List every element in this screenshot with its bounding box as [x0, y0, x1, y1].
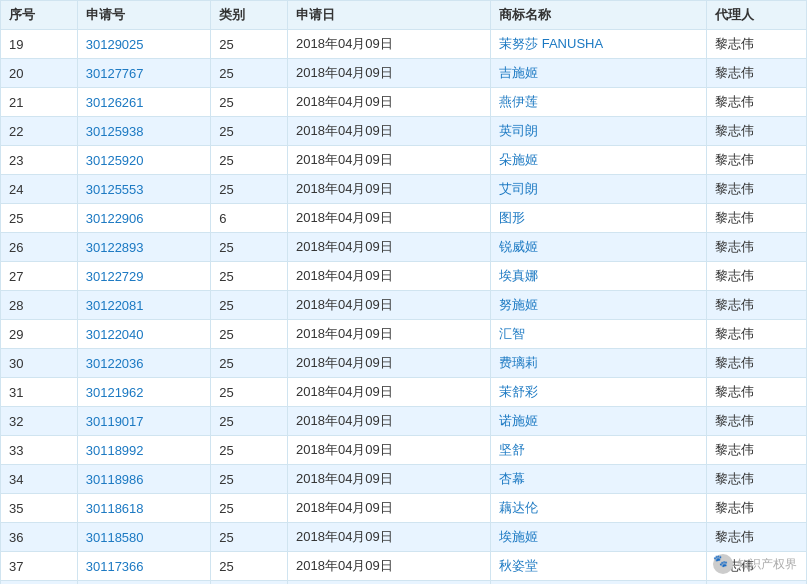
cell-agent: 黎志伟: [707, 59, 807, 88]
cell-appno[interactable]: 30117341: [77, 581, 211, 585]
cell-appno[interactable]: 30129025: [77, 30, 211, 59]
cell-agent: 黎志伟: [707, 117, 807, 146]
cell-appno[interactable]: 30125938: [77, 117, 211, 146]
col-date: 申请日: [287, 1, 490, 30]
table-row: 3730117366252018年04月09日秋姿堂黎志伟: [1, 552, 807, 581]
cell-trademark-name[interactable]: 费璃莉: [491, 349, 707, 378]
cell-appno[interactable]: 30125553: [77, 175, 211, 204]
cell-seq: 29: [1, 320, 78, 349]
table-row: 2130126261252018年04月09日燕伊莲黎志伟: [1, 88, 807, 117]
cell-date: 2018年04月09日: [287, 407, 490, 436]
cell-type: 25: [211, 581, 288, 585]
cell-trademark-name[interactable]: 图形: [491, 204, 707, 233]
cell-appno[interactable]: 30118992: [77, 436, 211, 465]
cell-agent: 黎志伟: [707, 233, 807, 262]
cell-seq: 27: [1, 262, 78, 291]
cell-type: 25: [211, 88, 288, 117]
table-row: 2330125920252018年04月09日朵施姬黎志伟: [1, 146, 807, 175]
table-row: 3530118618252018年04月09日藕达伦黎志伟: [1, 494, 807, 523]
table-row: 2830122081252018年04月09日努施姬黎志伟: [1, 291, 807, 320]
cell-trademark-name[interactable]: 努施姬: [491, 291, 707, 320]
cell-agent: 黎志伟: [707, 146, 807, 175]
cell-trademark-name[interactable]: 埃真娜: [491, 262, 707, 291]
cell-seq: 23: [1, 146, 78, 175]
table-row: 253012290662018年04月09日图形黎志伟: [1, 204, 807, 233]
cell-type: 25: [211, 465, 288, 494]
cell-appno[interactable]: 30122040: [77, 320, 211, 349]
watermark: 🐾 知识产权界: [713, 554, 797, 574]
table-row: 1930129025252018年04月09日茉努莎 FANUSHA黎志伟: [1, 30, 807, 59]
cell-type: 25: [211, 59, 288, 88]
cell-type: 25: [211, 175, 288, 204]
cell-date: 2018年04月09日: [287, 581, 490, 585]
cell-appno[interactable]: 30122081: [77, 291, 211, 320]
cell-type: 25: [211, 378, 288, 407]
cell-appno[interactable]: 30126261: [77, 88, 211, 117]
cell-trademark-name[interactable]: 坚舒: [491, 436, 707, 465]
cell-trademark-name[interactable]: 锐威姬: [491, 233, 707, 262]
cell-trademark-name[interactable]: 朵施姬: [491, 146, 707, 175]
cell-appno[interactable]: 30122893: [77, 233, 211, 262]
cell-date: 2018年04月09日: [287, 88, 490, 117]
cell-date: 2018年04月09日: [287, 175, 490, 204]
cell-seq: 22: [1, 117, 78, 146]
cell-appno[interactable]: 30125920: [77, 146, 211, 175]
cell-appno[interactable]: 30127767: [77, 59, 211, 88]
cell-date: 2018年04月09日: [287, 59, 490, 88]
cell-date: 2018年04月09日: [287, 552, 490, 581]
cell-appno[interactable]: 30118986: [77, 465, 211, 494]
cell-appno[interactable]: 30118618: [77, 494, 211, 523]
cell-trademark-name[interactable]: 汇智: [491, 320, 707, 349]
cell-appno[interactable]: 30118580: [77, 523, 211, 552]
cell-trademark-name[interactable]: 杏幕: [491, 465, 707, 494]
col-name: 商标名称: [491, 1, 707, 30]
table-row: 3830117341252018年04月09日岐贤黎志伟: [1, 581, 807, 585]
cell-trademark-name[interactable]: 英司朗: [491, 117, 707, 146]
cell-trademark-name[interactable]: 茉努莎 FANUSHA: [491, 30, 707, 59]
cell-appno[interactable]: 30122729: [77, 262, 211, 291]
cell-seq: 30: [1, 349, 78, 378]
col-appno: 申请号: [77, 1, 211, 30]
cell-seq: 38: [1, 581, 78, 585]
cell-trademark-name[interactable]: 茉舒彩: [491, 378, 707, 407]
cell-appno[interactable]: 30117366: [77, 552, 211, 581]
cell-appno[interactable]: 30121962: [77, 378, 211, 407]
cell-agent: 黎志伟: [707, 175, 807, 204]
table-row: 3430118986252018年04月09日杏幕黎志伟: [1, 465, 807, 494]
table-row: 2230125938252018年04月09日英司朗黎志伟: [1, 117, 807, 146]
cell-type: 25: [211, 146, 288, 175]
cell-type: 25: [211, 436, 288, 465]
cell-type: 25: [211, 494, 288, 523]
table-row: 2930122040252018年04月09日汇智黎志伟: [1, 320, 807, 349]
cell-seq: 19: [1, 30, 78, 59]
cell-trademark-name[interactable]: 吉施姬: [491, 59, 707, 88]
table-row: 3330118992252018年04月09日坚舒黎志伟: [1, 436, 807, 465]
col-agent: 代理人: [707, 1, 807, 30]
col-type: 类别: [211, 1, 288, 30]
cell-date: 2018年04月09日: [287, 204, 490, 233]
cell-trademark-name[interactable]: 艾司朗: [491, 175, 707, 204]
watermark-text: 知识产权界: [737, 556, 797, 573]
cell-date: 2018年04月09日: [287, 233, 490, 262]
cell-trademark-name[interactable]: 岐贤: [491, 581, 707, 585]
cell-seq: 31: [1, 378, 78, 407]
cell-agent: 黎志伟: [707, 349, 807, 378]
cell-type: 25: [211, 30, 288, 59]
cell-date: 2018年04月09日: [287, 146, 490, 175]
cell-seq: 26: [1, 233, 78, 262]
cell-date: 2018年04月09日: [287, 436, 490, 465]
cell-date: 2018年04月09日: [287, 378, 490, 407]
cell-type: 25: [211, 523, 288, 552]
cell-trademark-name[interactable]: 燕伊莲: [491, 88, 707, 117]
cell-appno[interactable]: 30122036: [77, 349, 211, 378]
col-seq: 序号: [1, 1, 78, 30]
cell-trademark-name[interactable]: 藕达伦: [491, 494, 707, 523]
cell-trademark-name[interactable]: 埃施姬: [491, 523, 707, 552]
cell-trademark-name[interactable]: 秋姿堂: [491, 552, 707, 581]
cell-appno[interactable]: 30122906: [77, 204, 211, 233]
cell-seq: 36: [1, 523, 78, 552]
cell-trademark-name[interactable]: 诺施姬: [491, 407, 707, 436]
table-row: 3030122036252018年04月09日费璃莉黎志伟: [1, 349, 807, 378]
cell-agent: 黎志伟: [707, 320, 807, 349]
cell-appno[interactable]: 30119017: [77, 407, 211, 436]
